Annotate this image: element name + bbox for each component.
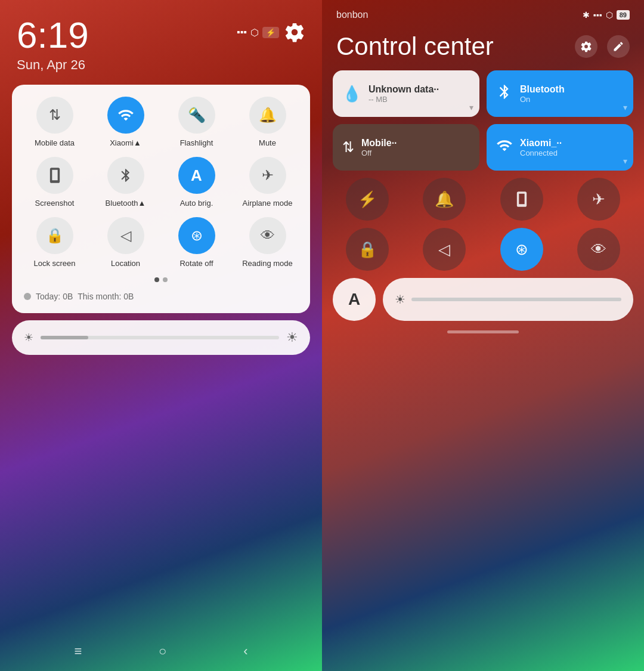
edit-icon-button[interactable] xyxy=(607,35,630,58)
reading-mode-label: Reading mode xyxy=(242,259,293,268)
panel-dots xyxy=(24,277,298,282)
brightness-track[interactable] xyxy=(41,336,279,339)
airplane-button[interactable]: ✈ xyxy=(249,157,286,194)
cc-content: 💧 Unknown data·· -- MB ▾ Bluetooth On ▾ xyxy=(322,70,644,333)
mobile-tile-title: Mobile·· xyxy=(361,138,397,149)
bluetooth-button[interactable] xyxy=(107,157,144,194)
mobile-tile-sub: Off xyxy=(361,149,397,157)
screenshot-button[interactable] xyxy=(36,157,73,194)
cc-brightness-slider[interactable]: ☀ xyxy=(383,278,633,321)
rotate-label: Rotate off xyxy=(179,259,213,268)
brightness-panel: ☀ ☀ xyxy=(12,320,310,355)
quick-item-flashlight: 🔦 Flashlight xyxy=(166,97,227,147)
cc-small-icons-row2: 🔒 ◁ ⊛ 👁 xyxy=(333,228,633,271)
carrier-name: bonbon xyxy=(336,10,368,20)
dot-1 xyxy=(154,277,159,282)
mobile-tile-icon: ⇅ xyxy=(342,139,354,156)
settings-icon-button[interactable] xyxy=(575,35,597,58)
cc-row-1: 💧 Unknown data·· -- MB ▾ Bluetooth On ▾ xyxy=(333,70,633,117)
cc-row-2: ⇅ Mobile·· Off Xiaomi_·· Connected ▾ xyxy=(333,124,633,171)
nav-back-button[interactable]: ‹ xyxy=(243,644,247,659)
cc-mute-button[interactable]: 🔔 xyxy=(423,178,466,221)
cc-rotate-button[interactable]: ⊛ xyxy=(500,228,543,271)
flashlight-button[interactable]: 🔦 xyxy=(178,97,215,134)
control-center-title: Control center xyxy=(336,32,494,61)
reading-mode-button[interactable]: 👁 xyxy=(249,217,286,254)
quick-grid: ⇅ Mobile data Xiaomi▲ 🔦 Flashlight 🔔 Mut… xyxy=(24,97,298,268)
location-button[interactable]: ◁ xyxy=(107,217,144,254)
data-tile-icon: 💧 xyxy=(342,85,361,103)
bluetooth-tile-title: Bluetooth xyxy=(520,84,565,95)
signal-icons: ▪▪▪ ⬡ ⚡ xyxy=(237,27,279,38)
wifi-button[interactable] xyxy=(107,97,144,134)
cc-lock-screen-button[interactable]: 🔒 xyxy=(346,228,389,271)
cc-screenshot-button[interactable] xyxy=(500,178,543,221)
cc-brightness-sun-icon: ☀ xyxy=(395,292,405,307)
mobile-tile[interactable]: ⇅ Mobile·· Off xyxy=(333,124,479,171)
screenshot-label: Screenshot xyxy=(35,199,75,208)
quick-item-mute: 🔔 Mute xyxy=(237,97,298,147)
bluetooth-tile-arrow: ▾ xyxy=(623,103,627,112)
data-tile-arrow: ▾ xyxy=(469,103,473,112)
mobile-data-label: Mobile data xyxy=(35,138,75,147)
airplane-label: Airplane mode xyxy=(243,199,293,208)
right-status-bar: bonbon ✱ ▪▪▪ ⬡ 89 xyxy=(322,0,644,20)
cc-auto-bright-button[interactable]: A xyxy=(333,278,376,321)
bluetooth-tile-text: Bluetooth On xyxy=(520,84,565,104)
control-center-header: Control center xyxy=(322,20,644,70)
mute-button[interactable]: 🔔 xyxy=(249,97,286,134)
battery-icon: 89 xyxy=(617,10,630,20)
cc-airplane-button[interactable]: ✈ xyxy=(577,178,620,221)
auto-bright-button[interactable]: A xyxy=(178,157,215,194)
signal-bars: ▪▪▪ xyxy=(237,27,247,38)
wifi-tile-arrow: ▾ xyxy=(623,156,627,166)
data-tile-text: Unknown data·· -- MB xyxy=(369,84,439,104)
bluetooth-label: Bluetooth▲ xyxy=(106,199,146,208)
left-status-bar: 6:19 Sun, Apr 26 ▪▪▪ ⬡ ⚡ xyxy=(0,0,322,73)
phone-left: 6:19 Sun, Apr 26 ▪▪▪ ⬡ ⚡ ⇅ Mobile data xyxy=(0,0,322,671)
bluetooth-status-icon: ✱ xyxy=(583,10,590,20)
data-tile-title: Unknown data·· xyxy=(369,84,439,95)
quick-item-reading: 👁 Reading mode xyxy=(237,217,298,268)
quick-item-mobile-data: ⇅ Mobile data xyxy=(24,97,85,147)
signal-status: ▪▪▪ xyxy=(593,10,602,20)
lock-screen-button[interactable]: 🔒 xyxy=(36,217,73,254)
unknown-data-tile[interactable]: 💧 Unknown data·· -- MB ▾ xyxy=(333,70,479,117)
mobile-tile-text: Mobile·· Off xyxy=(361,138,397,157)
wifi-tile-text: Xiaomi_·· Connected xyxy=(520,138,562,157)
rotate-button[interactable]: ⊛ xyxy=(178,217,215,254)
home-indicator xyxy=(447,330,519,333)
data-tile-sub: -- MB xyxy=(369,95,439,104)
wifi-tile-icon xyxy=(496,137,513,158)
cc-location-button[interactable]: ◁ xyxy=(423,228,466,271)
quick-item-rotate: ⊛ Rotate off xyxy=(166,217,227,268)
control-header-icons xyxy=(575,35,630,58)
cc-bottom-row: A ☀ xyxy=(333,278,633,321)
wifi-label: Xiaomi▲ xyxy=(110,138,141,147)
right-status-icons: ✱ ▪▪▪ ⬡ 89 xyxy=(583,10,630,20)
quick-item-screenshot: Screenshot xyxy=(24,157,85,208)
quick-item-airplane: ✈ Airplane mode xyxy=(237,157,298,208)
nav-menu-button[interactable]: ≡ xyxy=(74,644,82,659)
bluetooth-tile[interactable]: Bluetooth On ▾ xyxy=(487,70,633,117)
nav-home-button[interactable]: ○ xyxy=(159,644,166,659)
cc-flashlight-button[interactable]: ⚡ xyxy=(346,178,389,221)
settings-gear-icon[interactable] xyxy=(284,21,305,43)
brightness-low-icon: ☀ xyxy=(24,331,33,344)
location-label: Location xyxy=(111,259,140,268)
lock-screen-label: Lock screen xyxy=(33,259,75,268)
dot-2 xyxy=(163,277,168,282)
cc-reading-mode-button[interactable]: 👁 xyxy=(577,228,620,271)
wifi-icon-status: ⬡ xyxy=(250,27,259,38)
wifi-tile-title: Xiaomi_·· xyxy=(520,138,562,149)
quick-item-bluetooth: Bluetooth▲ xyxy=(95,157,156,208)
wifi-tile-sub: Connected xyxy=(520,149,562,157)
quick-settings-panel: ⇅ Mobile data Xiaomi▲ 🔦 Flashlight 🔔 Mut… xyxy=(12,85,310,313)
data-month: This month: 0B xyxy=(78,292,134,301)
left-date: Sun, Apr 26 xyxy=(17,57,89,73)
nav-bar: ≡ ○ ‹ xyxy=(0,644,322,659)
mobile-data-button[interactable]: ⇅ xyxy=(36,97,73,134)
left-time: 6:19 xyxy=(17,17,89,54)
auto-bright-label: Auto brig. xyxy=(180,199,213,208)
wifi-tile[interactable]: Xiaomi_·· Connected ▾ xyxy=(487,124,633,171)
